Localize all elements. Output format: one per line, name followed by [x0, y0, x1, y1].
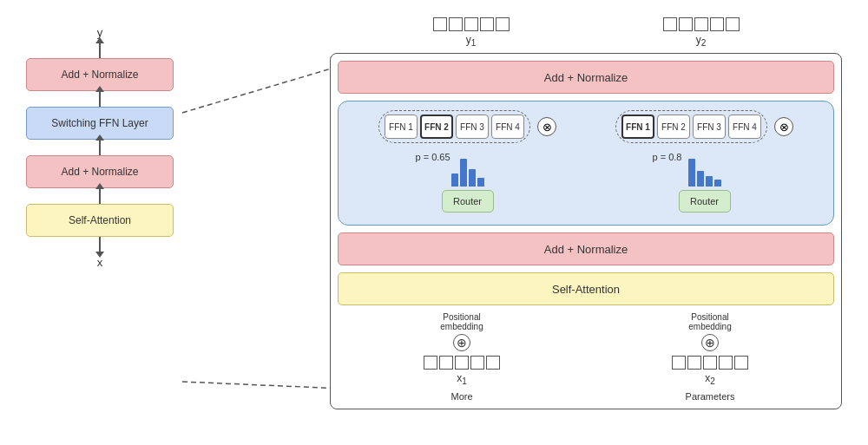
x1-box-2: [439, 356, 453, 370]
left-input-label: x: [97, 256, 103, 269]
x2-box-5: [734, 356, 748, 370]
x2-box-3: [703, 356, 717, 370]
y2-box-4: [710, 17, 724, 31]
svg-line-0: [182, 65, 343, 113]
prob-label-2: p = 0.8: [653, 152, 682, 162]
plus-circle-2: ⊕: [701, 334, 719, 351]
router-section: p = 0.65 Router p = 0.8: [349, 152, 823, 213]
bar-1-1: [451, 173, 458, 187]
switching-layer: FFN 1 FFN 2 FFN 3 FFN 4 ⊗ FFN 1 FFN 2 FF…: [338, 101, 834, 226]
x1-box-5: [486, 356, 500, 370]
y1-box-3: [464, 17, 478, 31]
bar-1-3: [469, 169, 476, 187]
x1-box-1: [424, 356, 437, 370]
y1-box-2: [449, 17, 463, 31]
x1-label: x1: [457, 372, 467, 386]
ffn2-2: FFN 2: [657, 115, 690, 139]
x2-grid: [672, 356, 748, 370]
y1-grid: [433, 17, 510, 31]
bar-2-2: [697, 171, 704, 187]
input-row: Positionalembedding ⊕ x1 More Positional…: [338, 312, 834, 401]
bar-1-4: [477, 178, 484, 187]
x2-label: x2: [705, 372, 715, 386]
ffn-group-1: FFN 1 FFN 2 FFN 3 FFN 4 ⊗: [378, 110, 556, 143]
ffn-group-2: FFN 1 FFN 2 FFN 3 FFN 4 ⊗: [615, 110, 793, 143]
router-item-1: p = 0.65 Router: [442, 152, 494, 213]
y1-label: y1: [466, 34, 477, 48]
output-y1: y1: [433, 17, 510, 48]
mid-add-norm: Add + Normalize: [338, 232, 834, 265]
y2-box-2: [679, 17, 693, 31]
x2-box-4: [719, 356, 733, 370]
x1-box-3: [455, 356, 469, 370]
left-arrow-1: [99, 43, 101, 58]
bar-2-3: [706, 176, 713, 187]
x2-box-2: [687, 356, 701, 370]
router-box-2: Router: [679, 190, 731, 213]
input-item-1: Positionalembedding ⊕ x1 More: [424, 312, 500, 401]
left-arrow-2: [99, 91, 101, 107]
ffn-row: FFN 1 FFN 2 FFN 3 FFN 4 ⊗ FFN 1 FFN 2 FF…: [349, 110, 823, 143]
ffn1-2: FFN 1: [621, 115, 654, 139]
output-y2: y2: [663, 17, 740, 48]
x2-box-1: [672, 356, 686, 370]
diagram-container: y Add + Normalize Switching FFN Layer Ad…: [0, 0, 868, 445]
multiply-icon-2: ⊗: [774, 117, 793, 136]
pos-emb-label-1: Positionalembedding: [440, 312, 483, 331]
ffn-dashed-1: FFN 1 FFN 2 FFN 3 FFN 4: [378, 110, 530, 143]
top-add-norm: Add + Normalize: [338, 61, 834, 94]
y1-box-4: [480, 17, 494, 31]
y2-box-5: [726, 17, 740, 31]
x1-box-4: [470, 356, 484, 370]
svg-line-1: [182, 382, 343, 389]
input-item-2: Positionalembedding ⊕ x2 Parameters: [672, 312, 748, 401]
left-arrow-5: [99, 237, 101, 252]
bar-2-4: [714, 180, 721, 187]
y2-grid: [663, 17, 740, 31]
left-self-attention: Self-Attention: [26, 204, 174, 237]
x1-grid: [424, 356, 500, 370]
y2-box-3: [694, 17, 708, 31]
router-box-1: Router: [442, 190, 494, 213]
ffn2-1: FFN 2: [420, 115, 453, 139]
caption-1: More: [450, 391, 472, 402]
bar-1-2: [460, 159, 467, 187]
ffn3-2: FFN 3: [693, 115, 726, 139]
caption-2: Parameters: [686, 391, 735, 402]
y1-box-1: [433, 17, 447, 31]
y2-box-1: [663, 17, 677, 31]
ffn1-1: FFN 1: [385, 115, 418, 139]
router-item-2: p = 0.8 Router: [679, 152, 731, 213]
right-self-attention: Self-Attention: [338, 272, 834, 305]
multiply-icon-1: ⊗: [537, 117, 556, 136]
right-diagram: y1 y2 Add + Normalize: [330, 17, 842, 409]
pos-emb-label-2: Positionalembedding: [688, 312, 731, 331]
outputs-row: y1 y2: [330, 17, 842, 48]
ffn-dashed-2: FFN 1 FFN 2 FFN 3 FFN 4: [615, 110, 767, 143]
left-arrow-4: [99, 188, 101, 204]
left-diagram: y Add + Normalize Switching FFN Layer Ad…: [17, 26, 182, 269]
bar-2-1: [688, 159, 695, 187]
bar-chart-2: [688, 152, 721, 187]
plus-circle-1: ⊕: [453, 334, 470, 351]
y2-label: y2: [696, 34, 707, 48]
ffn4-1: FFN 4: [491, 115, 524, 139]
outer-box: Add + Normalize FFN 1 FFN 2 FFN 3 FFN 4 …: [330, 53, 842, 409]
left-arrow-3: [99, 140, 101, 155]
ffn4-2: FFN 4: [728, 115, 761, 139]
y1-box-5: [496, 17, 510, 31]
ffn3-1: FFN 3: [456, 115, 489, 139]
prob-label-1: p = 0.65: [416, 152, 450, 162]
bar-chart-1: [451, 152, 484, 187]
